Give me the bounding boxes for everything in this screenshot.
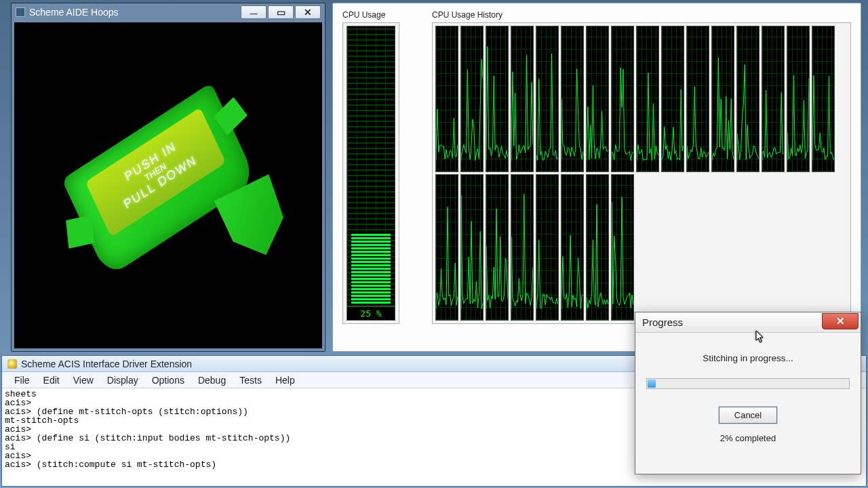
cpu-panel: CPU Usage 25 % CPU Usage History [332, 3, 861, 352]
menu-debug[interactable]: Debug [193, 373, 231, 387]
cpu-core-graph [460, 26, 484, 172]
hoops-viewport[interactable]: PUSH IN THEN PULL DOWN [14, 22, 322, 348]
cpu-core-graph [536, 174, 559, 321]
cpu-core-graph [586, 174, 609, 321]
hoops-titlebar[interactable]: Scheme AIDE Hoops [12, 3, 325, 21]
model-3d: PUSH IN THEN PULL DOWN [62, 82, 257, 277]
cpu-core-graph [611, 26, 634, 172]
cpu-core-graph [561, 174, 584, 321]
cpu-core-graph [686, 26, 709, 172]
cpu-usage-text: 25 % [347, 307, 395, 321]
cpu-history-frame [432, 22, 851, 324]
cpu-core-graph [435, 174, 458, 321]
menu-help[interactable]: Help [270, 373, 300, 387]
menu-options[interactable]: Options [146, 373, 190, 387]
cpu-core-graph [611, 174, 634, 321]
cpu-core-graph [812, 26, 835, 172]
cpu-core-graph [787, 26, 810, 172]
cancel-button[interactable]: Cancel [719, 407, 777, 424]
cpu-core-graph [636, 26, 659, 172]
progress-status: 2% completed [646, 433, 850, 443]
maximize-button[interactable] [268, 5, 294, 19]
cpu-core-graph [511, 174, 534, 321]
menu-view[interactable]: View [68, 373, 99, 387]
acis-title: Scheme ACIS Interface Driver Extension [21, 359, 192, 369]
cpu-core-graph [561, 26, 584, 172]
progress-titlebar[interactable]: Progress ✕ [635, 312, 861, 333]
hoops-window: Scheme AIDE Hoops PUSH IN THEN PULL DOWN [11, 3, 326, 352]
menu-display[interactable]: Display [102, 373, 144, 387]
menu-file[interactable]: File [9, 373, 35, 387]
cpu-core-graph [762, 26, 785, 172]
acis-icon [7, 359, 17, 369]
cpu-usage-gauge [347, 26, 395, 307]
progress-title: Progress [642, 317, 683, 328]
progress-message: Stitching in progress... [646, 353, 850, 363]
cpu-core-graph [586, 26, 609, 172]
close-button[interactable] [295, 5, 321, 19]
cpu-core-graph [736, 26, 760, 172]
menu-edit[interactable]: Edit [38, 373, 65, 387]
cpu-core-graph [460, 174, 484, 321]
cpu-core-graph [711, 26, 734, 172]
menu-tests[interactable]: Tests [234, 373, 267, 387]
cpu-core-graph [486, 174, 509, 321]
cpu-usage-label: CPU Usage [342, 10, 410, 20]
hoops-title: Scheme AIDE Hoops [29, 7, 119, 18]
progress-dialog: Progress ✕ Stitching in progress... Canc… [635, 312, 861, 474]
cpu-usage-gauge-frame: 25 % [342, 22, 399, 324]
progress-bar [646, 378, 850, 389]
cpu-core-graph [661, 26, 684, 172]
cpu-core-graph [511, 26, 534, 172]
cpu-core-graph [435, 26, 458, 172]
close-button[interactable]: ✕ [822, 313, 859, 329]
cpu-core-graph [536, 26, 559, 172]
app-icon [16, 7, 25, 17]
cpu-history-label: CPU Usage History [432, 10, 851, 20]
minimize-button[interactable] [241, 5, 267, 19]
cpu-core-graph [486, 26, 509, 172]
